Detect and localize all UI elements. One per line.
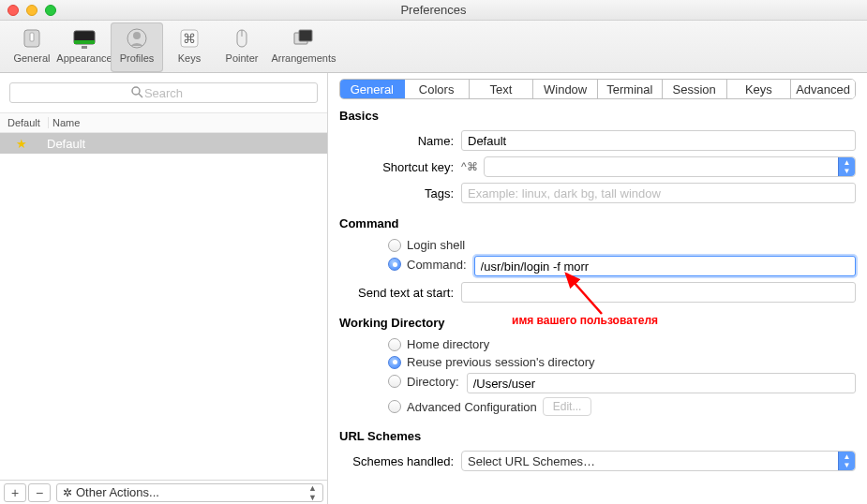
toolbar-pointer[interactable]: Pointer (216, 22, 268, 72)
gear-icon: ✲ (63, 486, 72, 499)
tab-session[interactable]: Session (663, 80, 727, 98)
svg-text:⌘: ⌘ (183, 31, 196, 46)
shortcut-label: Shortcut key: (339, 160, 461, 174)
tags-label: Tags: (339, 186, 461, 200)
command-key-icon: ⌘ (175, 26, 203, 51)
profile-settings: General Colors Text Window Terminal Sess… (328, 73, 867, 504)
radio-icon (388, 356, 401, 369)
profile-row[interactable]: ★ Default (0, 133, 327, 154)
url-schemes-section: URL Schemes Schemes handled: Select URL … (339, 429, 856, 471)
tab-advanced[interactable]: Advanced (791, 80, 855, 98)
workdir-section: Working Directory Home directory Reuse p… (339, 316, 856, 416)
toolbar-keys[interactable]: ⌘ Keys (163, 22, 216, 72)
star-icon: ★ (0, 137, 43, 151)
profiles-sidebar: Default Name ★ Default + − ✲ Other Actio… (0, 73, 328, 504)
search-input[interactable] (9, 82, 318, 103)
radio-icon (388, 338, 401, 351)
toolbar-arrangements[interactable]: Arrangements (268, 22, 339, 72)
svg-line-14 (139, 94, 142, 97)
updown-icon: ▲▼ (838, 157, 855, 176)
directory-input[interactable] (467, 373, 856, 393)
name-label: Name: (339, 134, 461, 148)
titlebar: Preferences (0, 0, 867, 21)
profile-list[interactable]: ★ Default (0, 133, 327, 480)
toolbar-profiles[interactable]: Profiles (111, 22, 163, 72)
windows-icon (290, 26, 318, 51)
svg-point-6 (133, 32, 141, 39)
svg-rect-12 (299, 30, 312, 41)
command-input[interactable] (474, 256, 856, 276)
svg-rect-4 (82, 46, 87, 49)
workdir-heading: Working Directory (339, 316, 856, 330)
shortcut-combo[interactable]: ▲▼ (484, 156, 856, 177)
send-text-label: Send text at start: (339, 286, 461, 300)
svg-point-13 (132, 87, 140, 95)
schemes-combo[interactable]: Select URL Schemes… ▲▼ (461, 451, 856, 471)
monitor-icon (70, 26, 98, 51)
radio-icon (388, 258, 401, 271)
directory-radio[interactable]: Directory: (388, 375, 459, 389)
login-shell-radio[interactable]: Login shell (388, 238, 856, 252)
name-input[interactable] (461, 130, 856, 151)
add-profile-button[interactable]: + (4, 483, 26, 502)
reuse-dir-radio[interactable]: Reuse previous session's directory (388, 355, 856, 369)
profile-icon (123, 26, 151, 51)
tab-keys[interactable]: Keys (727, 80, 792, 98)
updown-icon: ▲▼ (308, 483, 317, 502)
window-title: Preferences (0, 3, 867, 17)
radio-icon (388, 375, 401, 388)
edit-button[interactable]: Edit... (543, 397, 592, 416)
svg-rect-1 (30, 33, 34, 41)
shortcut-modifiers: ^⌘ (461, 160, 478, 173)
toolbar-general[interactable]: General (6, 22, 58, 72)
tab-general[interactable]: General (340, 80, 405, 98)
tab-text[interactable]: Text (470, 80, 534, 98)
other-actions-menu[interactable]: ✲ Other Actions... ▲▼ (56, 483, 323, 502)
basics-section: Basics Name: Shortcut key: ^⌘ ▲▼ (339, 109, 856, 203)
switch-icon (18, 26, 46, 51)
command-radio[interactable]: Command: (388, 258, 467, 272)
mouse-icon (228, 26, 256, 51)
url-heading: URL Schemes (339, 429, 856, 443)
tab-window[interactable]: Window (533, 80, 598, 98)
tab-colors[interactable]: Colors (405, 80, 470, 98)
toolbar-appearance[interactable]: Appearance (58, 22, 111, 72)
svg-rect-3 (74, 40, 95, 44)
send-text-input[interactable] (461, 282, 856, 303)
schemes-label: Schemes handled: (339, 454, 461, 468)
search-icon (131, 86, 143, 101)
adv-config-radio[interactable]: Advanced Configuration (407, 400, 537, 414)
basics-heading: Basics (339, 109, 856, 123)
command-section: Command Login shell Command: (339, 216, 856, 303)
radio-icon (388, 239, 401, 252)
command-heading: Command (339, 216, 856, 230)
tab-terminal[interactable]: Terminal (598, 80, 663, 98)
tags-input[interactable] (461, 183, 856, 203)
remove-profile-button[interactable]: − (28, 483, 51, 502)
updown-icon: ▲▼ (838, 452, 855, 470)
profile-list-header: Default Name (0, 112, 327, 133)
prefs-toolbar: General Appearance Profiles ⌘ Keys Point… (0, 21, 867, 73)
home-dir-radio[interactable]: Home directory (388, 337, 856, 351)
profile-tabs: General Colors Text Window Terminal Sess… (339, 79, 856, 99)
radio-icon (388, 400, 401, 413)
